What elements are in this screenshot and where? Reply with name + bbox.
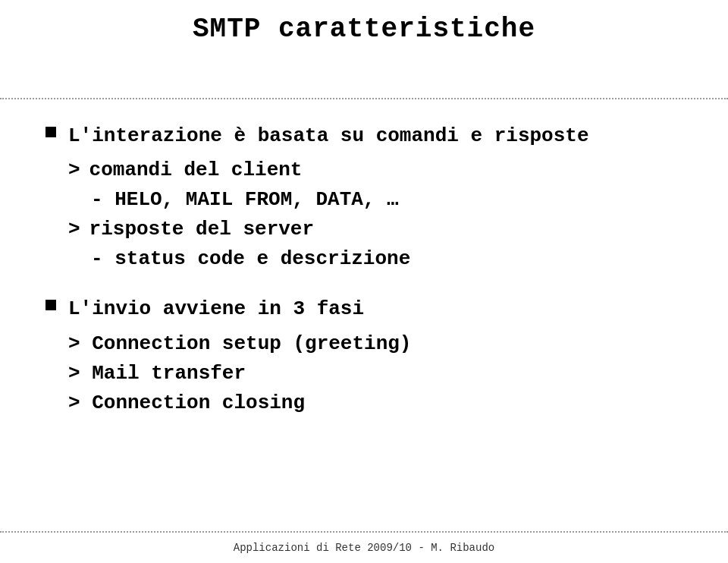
sub-list-2: > Connection setup (greeting) > Mail tra…: [68, 329, 682, 418]
sub-item-1-2-text: risposte del server: [89, 215, 314, 244]
page-title: SMTP caratteristiche: [46, 14, 682, 45]
bullet-square-icon-2: [46, 300, 56, 310]
bullet-1-text: L'interazione è basata su comandi e risp…: [68, 122, 589, 149]
bullet-item-1: L'interazione è basata su comandi e risp…: [46, 122, 682, 149]
sub-sub-list-1: - HELO, MAIL FROM, DATA, …: [91, 185, 682, 215]
page-header: SMTP caratteristiche: [0, 0, 728, 45]
arrow-icon-1: >: [68, 156, 80, 185]
bottom-divider: [0, 531, 728, 533]
sub-sub-item-1: - HELO, MAIL FROM, DATA, …: [91, 185, 682, 215]
bullet-item-2: L'invio avviene in 3 fasi: [46, 295, 682, 322]
sub-item-1-1-text: comandi del client: [89, 156, 303, 185]
sub-sub-list-2: - status code e descrizione: [91, 244, 682, 274]
sub-sub-item-2: - status code e descrizione: [91, 244, 682, 274]
bullet-section-1: L'interazione è basata su comandi e risp…: [46, 122, 682, 274]
bullet2-sub-item-3: > Connection closing: [68, 388, 682, 418]
sub-item-1-1: > comandi del client: [68, 156, 682, 185]
bullet-section-2: L'invio avviene in 3 fasi > Connection s…: [46, 295, 682, 417]
bullet-2-text: L'invio avviene in 3 fasi: [68, 295, 364, 322]
bullet2-sub-item-2: > Mail transfer: [68, 359, 682, 388]
arrow-icon-2: >: [68, 215, 80, 244]
footer: Applicazioni di Rete 2009/10 - M. Ribaud…: [0, 539, 728, 563]
footer-text: Applicazioni di Rete 2009/10 - M. Ribaud…: [234, 542, 494, 554]
bullet2-sub-item-1: > Connection setup (greeting): [68, 329, 682, 359]
sub-list-1: > comandi del client - HELO, MAIL FROM, …: [68, 156, 682, 274]
sub-item-1-2: > risposte del server: [68, 215, 682, 244]
bullet-square-icon: [46, 127, 56, 137]
main-content: L'interazione è basata su comandi e risp…: [0, 99, 728, 531]
